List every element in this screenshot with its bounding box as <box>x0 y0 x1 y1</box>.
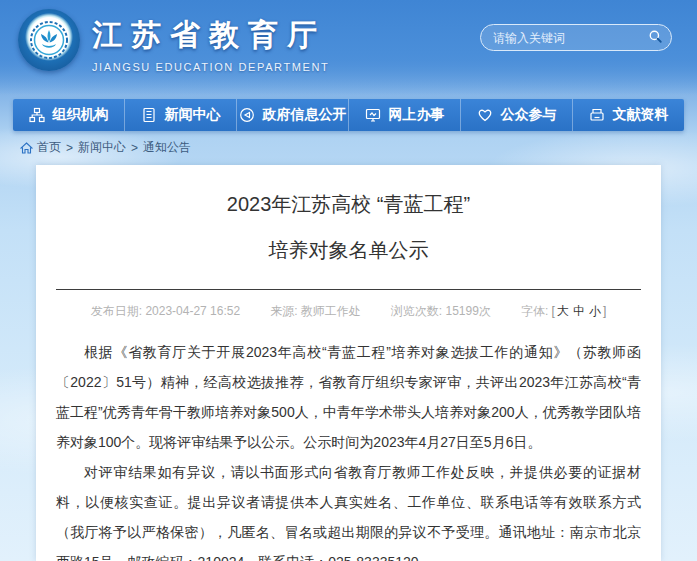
heart-icon <box>477 107 493 123</box>
breadcrumb-news-center[interactable]: 新闻中心 <box>78 139 126 156</box>
info-disclosure-icon <box>239 107 255 123</box>
font-size-small[interactable]: 小 <box>589 304 601 318</box>
font-size-large[interactable]: 大 <box>557 304 569 318</box>
font-size-switch: 字体: [大中小] <box>521 303 606 320</box>
nav-item-public-participation[interactable]: 公众参与 <box>461 99 573 131</box>
nav-label: 网上办事 <box>389 106 445 124</box>
search-icon <box>648 29 663 44</box>
paragraph: 根据《省教育厅关于开展2023年高校“青蓝工程”培养对象选拔工作的通知》（苏教师… <box>56 337 641 457</box>
nav-label: 文献资料 <box>613 106 669 124</box>
site-title: 江苏省教育厅 <box>92 15 329 56</box>
site-logo[interactable] <box>18 9 80 71</box>
search-box <box>480 24 672 51</box>
site-title-en: JIANGSU EDUCATION DEPARTMENT <box>92 61 329 73</box>
nav-item-documents[interactable]: 文献资料 <box>573 99 684 131</box>
article-title-line2: 培养对象名单公示 <box>56 237 641 263</box>
paragraph: 对评审结果如有异议，请以书面形式向省教育厅教师工作处反映，并提供必要的证据材料，… <box>56 457 641 561</box>
nav-label: 组织机构 <box>53 106 109 124</box>
nav-item-news[interactable]: 新闻中心 <box>125 99 237 131</box>
breadcrumb-notices[interactable]: 通知公告 <box>143 139 191 156</box>
news-icon <box>141 107 157 123</box>
nav-item-organization[interactable]: 组织机构 <box>13 99 125 131</box>
search-button[interactable] <box>648 28 663 48</box>
article-title-line1: 2023年江苏高校 “青蓝工程” <box>56 191 641 217</box>
breadcrumb-home[interactable]: 首页 <box>37 139 61 156</box>
source: 来源: 教师工作处 <box>270 303 361 320</box>
org-chart-icon <box>29 107 45 123</box>
font-size-medium[interactable]: 中 <box>573 304 585 318</box>
lotus-emblem-icon <box>29 20 69 60</box>
nav-label: 政府信息公开 <box>263 106 347 124</box>
nav-item-gov-info[interactable]: 政府信息公开 <box>237 99 349 131</box>
breadcrumb: 首页 > 新闻中心 > 通知公告 <box>20 139 191 156</box>
nav-label: 新闻中心 <box>165 106 221 124</box>
main-nav: 组织机构 新闻中心 政府信息公开 网上办事 公众参与 文献资 <box>13 99 684 131</box>
article-meta: 发布日期: 2023-04-27 16:52 来源: 教师工作处 浏览次数: 1… <box>56 303 641 320</box>
nav-label: 公众参与 <box>501 106 557 124</box>
nav-item-online-service[interactable]: 网上办事 <box>349 99 461 131</box>
publish-date: 发布日期: 2023-04-27 16:52 <box>91 303 240 320</box>
site-brand: 江苏省教育厅 JIANGSU EDUCATION DEPARTMENT <box>92 15 329 73</box>
site-header: 江苏省教育厅 JIANGSU EDUCATION DEPARTMENT <box>0 0 697 95</box>
article-panel: 2023年江苏高校 “青蓝工程” 培养对象名单公示 发布日期: 2023-04-… <box>36 165 661 561</box>
title-divider <box>56 289 641 290</box>
online-service-icon <box>365 107 381 123</box>
view-count: 浏览次数: 15199次 <box>391 303 491 320</box>
archive-icon <box>589 107 605 123</box>
home-icon <box>20 142 33 154</box>
search-input[interactable] <box>493 31 648 45</box>
